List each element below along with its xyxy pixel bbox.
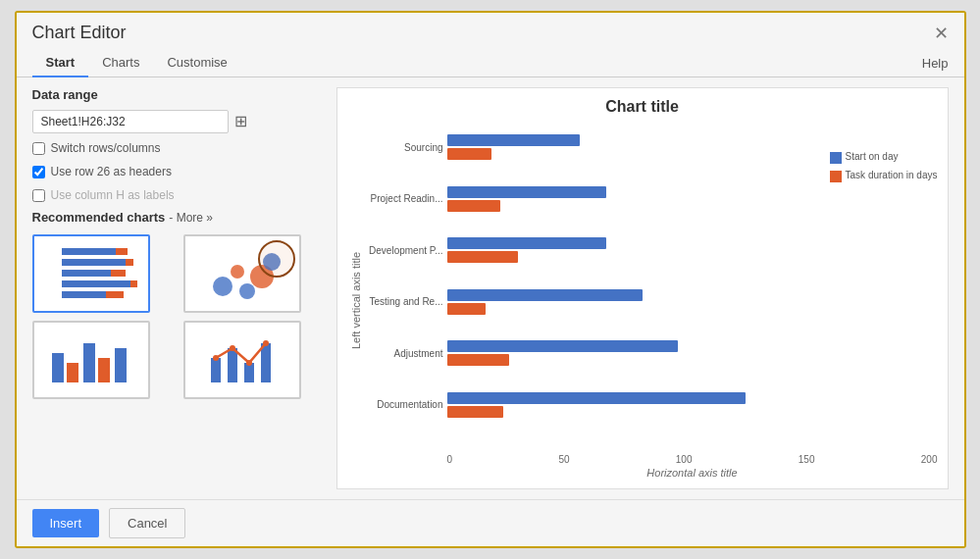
svg-rect-16 [67, 363, 78, 382]
svg-point-24 [213, 355, 219, 361]
use-col-row: Use column H as labels [32, 186, 327, 204]
dialog-header: Chart Editor ✕ [17, 13, 964, 49]
dialog-title: Chart Editor [32, 23, 127, 43]
x-axis-title: Horizontal axis title [365, 467, 938, 479]
recommended-label: Recommended charts - More » [32, 210, 327, 225]
svg-rect-8 [62, 291, 106, 298]
bar-label: Project Readin... [365, 193, 443, 204]
left-panel: Data range ⊞ Switch rows/columns Use row… [32, 87, 327, 489]
bar-label: Sourcing [365, 142, 443, 153]
x-tick: 100 [676, 454, 693, 465]
svg-point-13 [231, 265, 244, 279]
svg-rect-18 [98, 358, 110, 382]
svg-point-26 [246, 360, 252, 366]
svg-rect-2 [62, 259, 126, 266]
dialog-body: Data range ⊞ Switch rows/columns Use row… [17, 77, 964, 499]
more-link[interactable]: - More » [169, 211, 213, 225]
cancel-button[interactable]: Cancel [109, 508, 185, 538]
legend-item: Task duration in days [830, 170, 938, 182]
use-col-label: Use column H as labels [51, 188, 175, 202]
tab-start[interactable]: Start [32, 49, 89, 77]
legend-label: Task duration in days [846, 170, 938, 180]
svg-rect-19 [115, 348, 127, 382]
bar-blue [447, 186, 607, 198]
bar-red [447, 406, 504, 418]
legend-label: Start on day [846, 151, 899, 162]
chart-preview: Chart title Left vertical axis title Sou… [336, 87, 949, 489]
switch-rows-checkbox[interactable] [32, 142, 45, 155]
switch-rows-row: Switch rows/columns [32, 139, 327, 157]
bar-blue [447, 237, 607, 249]
bar-red [447, 251, 518, 263]
svg-rect-17 [83, 343, 95, 382]
x-tick: 200 [921, 454, 938, 465]
chart-thumb-line[interactable] [183, 321, 301, 399]
data-range-row: ⊞ [32, 110, 327, 133]
switch-rows-label: Switch rows/columns [51, 141, 161, 155]
use-row-checkbox[interactable] [32, 166, 45, 178]
bar-row: Project Readin... [365, 186, 938, 212]
bar-row: Development P... [365, 237, 938, 263]
legend-color [830, 171, 842, 182]
bar-red [447, 354, 509, 366]
chart-thumb-bar[interactable] [32, 234, 150, 313]
x-tick: 50 [558, 454, 569, 465]
legend-color [830, 152, 842, 164]
svg-rect-0 [62, 248, 116, 255]
svg-point-10 [213, 277, 232, 296]
bar-red [447, 200, 500, 212]
chart-thumb-vertical-bar[interactable] [32, 321, 150, 399]
svg-rect-21 [228, 348, 237, 382]
bar-label: Documentation [365, 399, 443, 410]
data-range-label: Data range [32, 87, 327, 102]
bars-wrapper [447, 289, 938, 315]
svg-rect-1 [116, 248, 128, 255]
grid-icon[interactable]: ⊞ [234, 112, 254, 131]
bar-blue [447, 392, 746, 404]
svg-rect-5 [111, 270, 126, 277]
bars-wrapper [447, 186, 938, 212]
x-tick: 0 [447, 454, 453, 465]
bar-blue [447, 289, 643, 301]
bar-blue [447, 134, 581, 146]
svg-point-27 [263, 340, 269, 346]
bar-label: Adjustment [365, 348, 443, 359]
chart-area: Left vertical axis title SourcingProject… [347, 122, 938, 479]
svg-rect-6 [62, 280, 130, 287]
bar-red [447, 148, 491, 160]
svg-point-25 [230, 345, 235, 351]
tab-charts[interactable]: Charts [88, 49, 153, 77]
chart-thumb-bubble[interactable] [183, 234, 301, 313]
tab-customise[interactable]: Customise [153, 49, 240, 77]
chart-editor-dialog: Chart Editor ✕ Start Charts Customise He… [15, 11, 966, 548]
bar-label: Development P... [365, 245, 443, 256]
help-link[interactable]: Help [922, 56, 949, 71]
bars-wrapper [447, 340, 938, 366]
bars-wrapper [447, 392, 938, 418]
svg-rect-9 [106, 291, 124, 298]
insert-button[interactable]: Insert [32, 509, 100, 537]
use-row-row: Use row 26 as headers [32, 163, 327, 180]
data-range-input[interactable] [32, 110, 229, 133]
dialog-footer: Insert Cancel [17, 499, 964, 546]
svg-rect-3 [126, 259, 133, 266]
svg-rect-15 [52, 353, 64, 382]
svg-rect-4 [62, 270, 111, 277]
tabs-bar: Start Charts Customise Help [17, 49, 964, 77]
bars-wrapper [447, 237, 938, 263]
svg-rect-20 [211, 358, 221, 382]
bar-row: Testing and Re... [365, 289, 938, 315]
bar-label: Testing and Re... [365, 296, 443, 307]
use-col-checkbox[interactable] [32, 189, 45, 202]
y-axis-label: Left vertical axis title [347, 122, 365, 479]
x-axis: 050100150200 [365, 454, 938, 465]
legend-item: Start on day [830, 151, 938, 164]
x-tick: 150 [799, 454, 815, 465]
bar-red [447, 303, 487, 315]
svg-point-11 [239, 283, 255, 299]
bar-row: Documentation [365, 392, 938, 418]
circle-annotation [258, 240, 295, 278]
close-button[interactable]: ✕ [934, 25, 949, 42]
legend: Start on dayTask duration in days [830, 151, 938, 182]
chart-title: Chart title [347, 98, 938, 116]
